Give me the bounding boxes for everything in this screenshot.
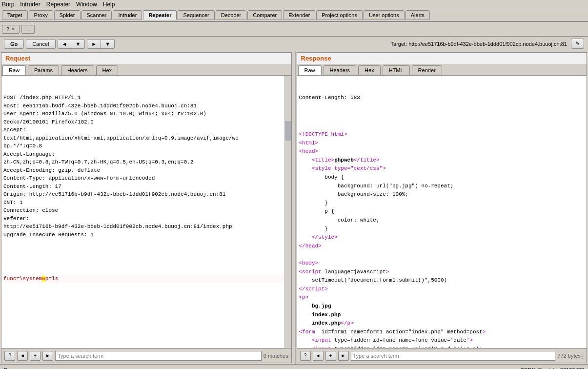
tab-spider[interactable]: Spider: [54, 10, 81, 20]
tab-comparer[interactable]: Comparer: [247, 10, 282, 20]
request-search-input[interactable]: [55, 351, 262, 361]
status-bar: Done CSDN @weixin_53159483: [0, 364, 588, 369]
tab-extender[interactable]: Extender: [283, 10, 315, 20]
tab-proxy[interactable]: Proxy: [29, 10, 53, 20]
toolbar: Go Cancel ◄ ▼ ► ▼ Target: http://ee51716…: [0, 37, 588, 51]
tab-repeater[interactable]: Repeater: [143, 10, 177, 20]
request-tab-more[interactable]: ...: [21, 25, 35, 34]
back-dropdown-button[interactable]: ▼: [71, 39, 85, 49]
response-search-bar: ? ◄ + ► 772 bytes |: [297, 348, 587, 363]
request-content-area[interactable]: POST /index.php HTTP/1.1 Host: ee51716b-…: [1, 76, 291, 348]
response-help-button[interactable]: ?: [300, 351, 311, 361]
tab-target[interactable]: Target: [2, 10, 28, 20]
response-match-count: 772 bytes |: [557, 353, 584, 359]
request-match-count: 0 matches: [264, 353, 288, 359]
panel-divider[interactable]: [293, 51, 296, 364]
go-button[interactable]: Go: [4, 39, 24, 49]
target-label: Target: http://ee51716b-b9df-432e-bbeb-1…: [391, 41, 567, 47]
request-inner-tabs: Raw Params Headers Hex: [1, 64, 291, 76]
request-tab-raw[interactable]: Raw: [2, 65, 26, 75]
menu-bar: Burp Intruder Repeater Window Help: [0, 0, 588, 9]
request-tab-hex[interactable]: Hex: [96, 65, 119, 75]
tab-intruder[interactable]: Intruder: [113, 10, 142, 20]
request-text: POST /index.php HTTP/1.1 Host: ee51716b-…: [3, 94, 289, 239]
response-content-area[interactable]: Content-Length: 583 <!DOCTYPE html> <htm…: [297, 76, 587, 348]
request-tab-params[interactable]: Params: [28, 65, 59, 75]
response-search-prev[interactable]: ◄: [313, 351, 324, 361]
status-right: CSDN @weixin_53159483: [520, 367, 584, 369]
request-tab-headers[interactable]: Headers: [61, 65, 94, 75]
tab-project-options[interactable]: Project options: [316, 10, 363, 20]
response-search-next[interactable]: ►: [338, 351, 349, 361]
forward-nav-group: ► ▼: [87, 39, 115, 49]
response-html-content: <!DOCTYPE html> <html> <head> <title>php…: [299, 122, 585, 348]
response-tab-html[interactable]: HTML: [383, 65, 410, 75]
menu-help[interactable]: Help: [103, 1, 115, 8]
request-help-button[interactable]: ?: [4, 351, 15, 361]
response-inner-tabs: Raw Headers Hex HTML Render: [297, 64, 587, 76]
request-panel: Request Raw Params Headers Hex POST /ind…: [1, 52, 292, 363]
request-tabs-bar: 2 ✕ ...: [0, 22, 588, 37]
tab-2-label: 2: [6, 26, 9, 32]
response-search-add[interactable]: +: [325, 351, 336, 361]
request-panel-title: Request: [1, 53, 291, 64]
response-panel: Response Raw Headers Hex HTML Render Con…: [297, 52, 588, 363]
menu-intruder[interactable]: Intruder: [20, 1, 40, 8]
response-tab-hex[interactable]: Hex: [358, 65, 381, 75]
main-split: Request Raw Params Headers Hex POST /ind…: [0, 51, 588, 364]
request-search-add[interactable]: +: [30, 351, 41, 361]
tab-more-label: ...: [26, 26, 30, 32]
menu-repeater[interactable]: Repeater: [46, 1, 70, 8]
response-meta: Content-Length: 583: [299, 94, 585, 102]
response-tab-render[interactable]: Render: [412, 65, 442, 75]
request-search-prev[interactable]: ◄: [17, 351, 28, 361]
forward-dropdown-button[interactable]: ▼: [101, 39, 115, 49]
request-search-bar: ? ◄ + ► 0 matches: [1, 348, 291, 363]
tab-user-options[interactable]: User options: [364, 10, 405, 20]
back-button[interactable]: ◄: [58, 39, 72, 49]
response-tab-headers[interactable]: Headers: [324, 65, 357, 75]
tab-alerts[interactable]: Alerts: [406, 10, 430, 20]
status-left: Done: [4, 367, 17, 369]
menu-burp[interactable]: Burp: [2, 1, 14, 8]
request-scrollbar[interactable]: [284, 76, 291, 348]
response-panel-title: Response: [297, 53, 587, 64]
cancel-button[interactable]: Cancel: [26, 39, 55, 49]
main-tab-bar: Target Proxy Spider Scanner Intruder Rep…: [0, 9, 588, 22]
menu-window[interactable]: Window: [76, 1, 97, 8]
tab-scanner[interactable]: Scanner: [81, 10, 112, 20]
response-search-input[interactable]: [351, 351, 556, 361]
target-edit-button[interactable]: ✎: [571, 39, 584, 49]
tab-sequencer[interactable]: Sequencer: [178, 10, 214, 20]
forward-button[interactable]: ►: [87, 39, 101, 49]
tab-decoder[interactable]: Decoder: [216, 10, 247, 20]
request-tab-2[interactable]: 2 ✕: [2, 25, 20, 34]
back-nav-group: ◄ ▼: [58, 39, 85, 49]
request-highlight-text: func=\system&p=ls: [3, 275, 289, 283]
request-search-next[interactable]: ►: [42, 351, 53, 361]
close-tab-2-icon[interactable]: ✕: [11, 26, 15, 32]
response-tab-raw[interactable]: Raw: [298, 65, 322, 75]
